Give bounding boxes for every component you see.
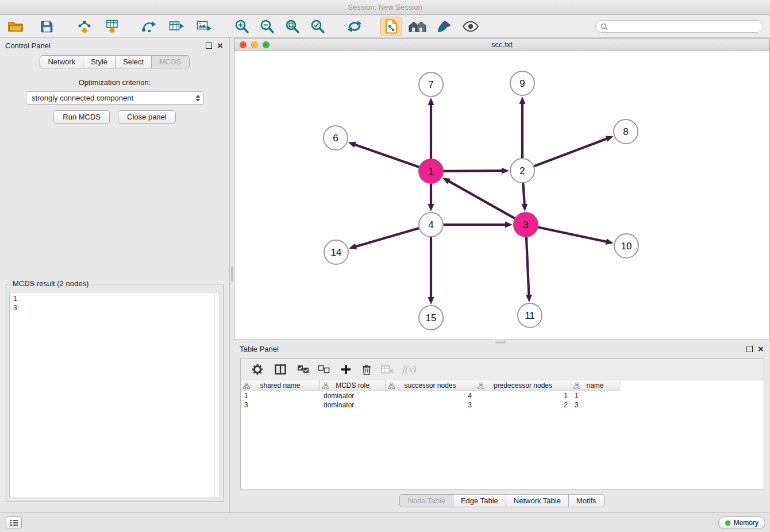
- graph-node[interactable]: 6: [324, 126, 348, 150]
- import-table-button[interactable]: [101, 17, 123, 36]
- graph-edge[interactable]: [448, 181, 515, 219]
- table-cell[interactable]: 4: [386, 391, 475, 400]
- minimize-traffic-light-icon[interactable]: –: [251, 41, 258, 48]
- delete-column-button[interactable]: [357, 361, 376, 378]
- home-button[interactable]: [407, 17, 429, 36]
- table-cell[interactable]: 1: [571, 391, 619, 400]
- mcds-result-area[interactable]: 1 3: [9, 292, 220, 498]
- table-container: f(x) shared nameMCDS rolesuccessor nodes…: [240, 358, 764, 489]
- sort-icon: [243, 383, 250, 389]
- table-cell[interactable]: 1: [475, 391, 571, 400]
- export-image-button[interactable]: [193, 17, 215, 36]
- mcds-document-button[interactable]: [380, 17, 402, 36]
- zoom-out-icon: [260, 19, 275, 34]
- import-network-button[interactable]: [74, 17, 95, 36]
- criterion-dropdown[interactable]: strongly connected component: [26, 91, 204, 105]
- zoom-traffic-light-icon[interactable]: +: [263, 41, 270, 48]
- delete-table-button[interactable]: [378, 361, 397, 378]
- tab-node-table[interactable]: Node Table: [399, 494, 453, 507]
- tab-edge-table[interactable]: Edge Table: [453, 494, 506, 507]
- deselect-all-columns-button[interactable]: [314, 361, 334, 378]
- graph-edge[interactable]: [355, 228, 419, 246]
- zoom-selected-button[interactable]: [307, 17, 329, 36]
- table-row[interactable]: 1dominator411: [241, 391, 764, 400]
- search-input[interactable]: [611, 22, 758, 30]
- select-all-columns-button[interactable]: [294, 361, 313, 378]
- open-session-button[interactable]: [5, 17, 26, 36]
- style-button[interactable]: [433, 17, 455, 36]
- graph-node[interactable]: 15: [419, 306, 443, 330]
- result-scrollbar[interactable]: [214, 292, 220, 498]
- graph-node[interactable]: 4: [419, 213, 443, 237]
- tab-network[interactable]: Network: [40, 55, 83, 68]
- graph-edge[interactable]: [523, 183, 524, 205]
- network-canvas[interactable]: 7968124314101511: [234, 51, 769, 340]
- table-cell[interactable]: 1: [241, 391, 320, 400]
- graph-edge[interactable]: [354, 144, 419, 167]
- save-session-button[interactable]: [36, 17, 57, 36]
- table-cell[interactable]: 3: [241, 400, 320, 410]
- search-box[interactable]: [595, 20, 763, 33]
- splitter-handle[interactable]: [231, 267, 233, 282]
- tab-style[interactable]: Style: [83, 55, 116, 68]
- table-cell[interactable]: 3: [571, 400, 619, 410]
- tab-select[interactable]: Select: [115, 55, 152, 68]
- graph-edge[interactable]: [538, 228, 607, 242]
- graph-node[interactable]: 11: [518, 303, 542, 327]
- memory-button[interactable]: Memory: [718, 516, 765, 529]
- column-header[interactable]: name: [571, 380, 619, 391]
- graph-node[interactable]: 7: [419, 72, 443, 97]
- zoom-in-button[interactable]: [231, 17, 253, 36]
- close-traffic-light-icon[interactable]: ×: [240, 41, 247, 48]
- close-panel-icon[interactable]: ×: [217, 40, 223, 52]
- table-cell[interactable]: dominator: [320, 391, 386, 400]
- create-column-button[interactable]: [336, 361, 356, 378]
- graph-node[interactable]: 2: [510, 159, 534, 183]
- tab-mcds[interactable]: MCDS: [151, 55, 189, 68]
- graph-edge[interactable]: [444, 171, 503, 171]
- select-all-icon: [297, 365, 310, 374]
- home-icon: [409, 20, 427, 33]
- table-cell[interactable]: 2: [475, 400, 571, 410]
- column-header[interactable]: predecessor nodes: [475, 380, 571, 391]
- graph-node[interactable]: 8: [614, 119, 638, 144]
- task-history-button[interactable]: [6, 516, 22, 529]
- zoom-fit-button[interactable]: [282, 17, 303, 36]
- column-header[interactable]: successor nodes: [386, 380, 475, 391]
- table-settings-button[interactable]: [248, 361, 267, 378]
- new-network-button[interactable]: [138, 17, 160, 36]
- graph-node[interactable]: 1: [419, 159, 443, 183]
- table-cell[interactable]: 3: [386, 400, 475, 410]
- table-cell[interactable]: dominator: [320, 400, 386, 410]
- graph-node[interactable]: 9: [510, 71, 534, 95]
- tab-motifs[interactable]: Motifs: [568, 494, 605, 507]
- save-icon: [41, 21, 53, 33]
- function-builder-button[interactable]: f(x): [399, 361, 419, 378]
- zoom-out-button[interactable]: [256, 17, 278, 36]
- tab-network-table[interactable]: Network Table: [506, 494, 569, 507]
- table-row[interactable]: 3dominator323: [241, 400, 764, 410]
- network-window-titlebar[interactable]: × – + scc.txt: [234, 38, 769, 51]
- column-header[interactable]: shared name: [241, 380, 320, 391]
- graph-node[interactable]: 3: [514, 213, 538, 237]
- float-table-panel-icon[interactable]: [746, 346, 753, 352]
- export-table-button[interactable]: [165, 17, 187, 36]
- run-mcds-button[interactable]: Run MCDS: [53, 110, 110, 124]
- column-header-label: shared name: [260, 381, 300, 390]
- horizontal-splitter-handle[interactable]: [495, 341, 506, 344]
- close-table-panel-icon[interactable]: ×: [758, 343, 764, 356]
- show-hide-button[interactable]: [460, 17, 482, 36]
- graph-edge[interactable]: [526, 237, 529, 296]
- search-icon: [600, 23, 608, 30]
- graph-node[interactable]: 14: [324, 240, 348, 264]
- graph-edge[interactable]: [534, 138, 608, 166]
- refresh-layout-button[interactable]: [344, 17, 365, 36]
- show-columns-button[interactable]: [271, 361, 290, 378]
- column-header[interactable]: MCDS role: [320, 380, 386, 391]
- close-panel-button[interactable]: Close panel: [118, 110, 176, 124]
- graph-node[interactable]: 10: [614, 234, 638, 258]
- add-icon: [341, 364, 351, 375]
- float-panel-icon[interactable]: [206, 43, 212, 49]
- network-window: × – + scc.txt 7968124314101511: [234, 38, 770, 340]
- delete-table-icon: [381, 365, 394, 374]
